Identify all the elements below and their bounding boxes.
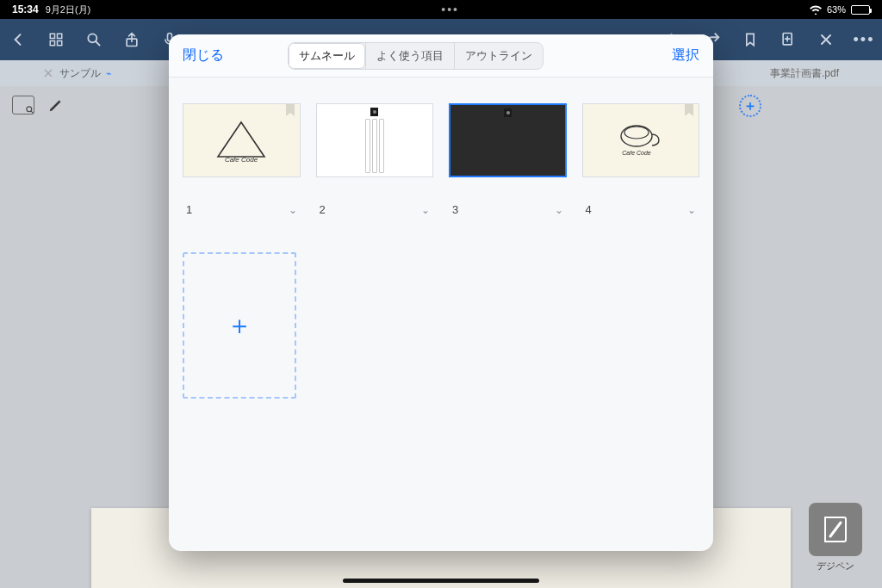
tab-label: 事業計画書.pdf — [770, 66, 839, 81]
bookmark-icon[interactable] — [741, 30, 760, 49]
add-page-button[interactable]: ＋ — [183, 252, 296, 399]
chevron-down-icon[interactable]: ⌄ — [421, 204, 430, 216]
svg-text:Cafe Code: Cafe Code — [622, 150, 651, 156]
page-number: 2 — [320, 203, 326, 216]
battery-percent: 63% — [827, 4, 846, 15]
svg-point-8 — [27, 107, 32, 112]
app-watermark: デジペン — [804, 503, 866, 573]
page-thumb-2[interactable]: 2⌄ — [316, 103, 434, 216]
segment-thumbnails[interactable]: サムネール — [289, 43, 365, 69]
watermark-label: デジペン — [804, 560, 866, 573]
status-time: 15:34 — [12, 3, 39, 15]
svg-rect-0 — [50, 34, 54, 38]
bookmark-ribbon-icon — [685, 104, 693, 116]
close-button[interactable]: 閉じる — [183, 46, 224, 65]
svg-text:Cafe Code: Cafe Code — [225, 156, 258, 164]
svg-rect-1 — [58, 34, 62, 38]
home-indicator[interactable] — [343, 579, 539, 583]
chevron-down-icon[interactable]: ⌄ — [289, 204, 297, 216]
popover-header: 閉じる サムネール よく使う項目 アウトライン 選択 — [169, 34, 713, 77]
more-icon[interactable]: ••• — [854, 30, 873, 49]
chevron-down-icon[interactable]: ⌄ — [555, 204, 563, 216]
wifi-icon — [810, 5, 822, 15]
segment-outline[interactable]: アウトライン — [454, 43, 543, 69]
multitask-dots-icon[interactable]: ••• — [90, 3, 810, 16]
page-thumb-1[interactable]: Cafe Code 1⌄ — [183, 103, 301, 216]
zoom-crop-icon[interactable] — [12, 96, 34, 115]
tab-sample[interactable]: サンプル ⌁ — [0, 60, 155, 86]
page-thumb-4[interactable]: Cafe Code 4⌄ — [582, 103, 700, 216]
add-page-icon[interactable] — [779, 30, 798, 49]
svg-rect-2 — [50, 41, 54, 46]
svg-point-11 — [624, 127, 649, 139]
page-number: 3 — [452, 203, 458, 216]
close-icon[interactable] — [817, 30, 835, 49]
floating-add-button[interactable]: ＋ — [739, 95, 761, 117]
svg-point-10 — [621, 126, 652, 146]
page-number: 4 — [586, 203, 592, 216]
battery-icon — [851, 5, 870, 15]
bookmark-ribbon-icon — [286, 104, 295, 116]
segment-favorites[interactable]: よく使う項目 — [365, 43, 454, 69]
back-icon[interactable] — [9, 30, 28, 49]
status-bar: 15:34 9月2日(月) ••• 63% — [0, 0, 882, 19]
svg-point-4 — [88, 34, 96, 42]
view-segmented-control: サムネール よく使う項目 アウトライン — [288, 42, 543, 70]
search-icon[interactable] — [84, 30, 103, 49]
tab-business-plan[interactable]: 事業計画書.pdf — [727, 60, 882, 86]
pen-tool-icon[interactable] — [47, 96, 65, 115]
page1-art: Cafe Code — [211, 117, 271, 164]
page4-art: Cafe Code — [616, 117, 666, 164]
chevron-down-icon[interactable]: ⌄ — [687, 204, 696, 216]
thumbnails-popover: 閉じる サムネール よく使う項目 アウトライン 選択 Cafe Code 1⌄ — [169, 34, 713, 551]
share-icon[interactable] — [122, 30, 141, 49]
thumbnail-grid: Cafe Code 1⌄ 2⌄ 3⌄ — [169, 77, 713, 424]
page-number: 1 — [186, 203, 192, 216]
page-thumb-3[interactable]: 3⌄ — [449, 103, 567, 216]
svg-rect-3 — [58, 41, 62, 46]
select-button[interactable]: 選択 — [672, 46, 699, 65]
tab-close-icon[interactable] — [44, 68, 54, 78]
grid-icon[interactable] — [47, 30, 65, 49]
status-date: 9月2日(月) — [46, 3, 91, 16]
tab-label: サンプル — [59, 66, 101, 81]
bluetooth-icon: ⌁ — [106, 68, 112, 79]
